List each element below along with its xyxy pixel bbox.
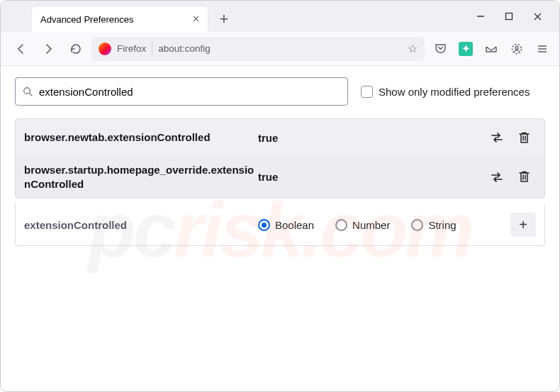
radio-number[interactable]: Number <box>335 219 390 231</box>
radio-label: Number <box>352 219 390 231</box>
maximize-icon[interactable] <box>505 12 513 21</box>
new-pref-name: extensionControlled <box>24 219 258 231</box>
urlbar-firefox-label: Firefox <box>117 43 146 54</box>
radio-label: Boolean <box>275 219 314 231</box>
type-radios: Boolean Number String <box>258 219 510 231</box>
toggle-button[interactable] <box>485 166 509 189</box>
content-area: Show only modified preferences browser.n… <box>1 66 559 257</box>
search-row: Show only modified preferences <box>15 77 545 106</box>
checkbox-icon <box>361 86 373 98</box>
pref-value: true <box>258 132 482 144</box>
pref-name: browser.startup.homepage_override.extens… <box>24 163 258 191</box>
radio-icon <box>335 219 347 231</box>
close-window-icon[interactable] <box>533 12 542 21</box>
pocket-icon[interactable] <box>433 42 447 56</box>
radio-icon <box>411 219 423 231</box>
show-modified-label: Show only modified preferences <box>379 86 530 98</box>
urlbar-divider <box>152 42 152 56</box>
svg-line-10 <box>30 93 33 96</box>
urlbar-address: about:config <box>158 43 211 54</box>
toolbar: Firefox about:config ☆ ✦ <box>1 32 559 66</box>
add-pref-row: extensionControlled Boolean Number Strin… <box>15 204 545 246</box>
radio-string[interactable]: String <box>411 219 456 231</box>
svg-point-5 <box>515 46 518 49</box>
search-box[interactable] <box>15 77 348 106</box>
search-input[interactable] <box>39 86 340 98</box>
radio-icon <box>258 219 270 231</box>
search-icon <box>23 86 33 97</box>
bookmark-star-icon[interactable]: ☆ <box>408 42 418 55</box>
extension-icon[interactable]: ✦ <box>459 42 473 56</box>
inbox-icon[interactable] <box>484 42 498 56</box>
delete-button[interactable] <box>512 126 536 149</box>
reload-button[interactable] <box>65 38 86 60</box>
pref-table: browser.newtab.extensionControlled true … <box>15 118 545 198</box>
toolbar-icons: ✦ <box>430 42 549 56</box>
address-bar[interactable]: Firefox about:config ☆ <box>91 37 425 61</box>
menu-icon[interactable] <box>535 42 549 56</box>
account-icon[interactable] <box>510 42 524 56</box>
svg-rect-1 <box>506 13 513 20</box>
pref-row: browser.newtab.extensionControlled true <box>16 119 544 156</box>
tab-title: Advanced Preferences <box>40 14 134 25</box>
radio-boolean[interactable]: Boolean <box>258 219 314 231</box>
toggle-button[interactable] <box>485 126 509 149</box>
radio-label: String <box>428 219 456 231</box>
pref-row: browser.startup.homepage_override.extens… <box>16 156 544 198</box>
window-controls <box>476 1 554 32</box>
back-button[interactable] <box>11 38 32 60</box>
add-button[interactable]: + <box>510 213 536 237</box>
minimize-icon[interactable] <box>476 12 485 21</box>
new-tab-button[interactable]: + <box>213 9 235 30</box>
delete-button[interactable] <box>512 166 536 189</box>
pref-name: browser.newtab.extensionControlled <box>24 130 258 145</box>
firefox-icon <box>99 43 111 55</box>
show-modified-checkbox[interactable]: Show only modified preferences <box>361 86 530 98</box>
tab-bar: Advanced Preferences × + <box>1 1 559 32</box>
close-icon[interactable]: × <box>193 13 199 26</box>
pref-value: true <box>258 171 482 183</box>
forward-button[interactable] <box>38 38 59 60</box>
tab-active[interactable]: Advanced Preferences × <box>32 6 208 32</box>
